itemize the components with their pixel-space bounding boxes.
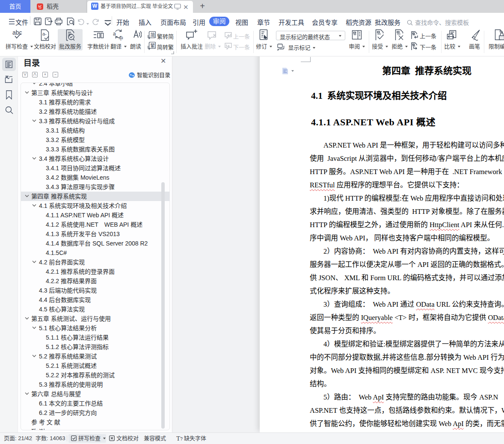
svg-text:a-: a- bbox=[42, 31, 47, 36]
svg-text:繁: 繁 bbox=[151, 43, 155, 48]
svg-text:中: 中 bbox=[119, 36, 123, 41]
svg-text:a: a bbox=[113, 31, 116, 37]
svg-text:abc: abc bbox=[12, 29, 22, 36]
svg-text:简: 简 bbox=[151, 32, 155, 38]
